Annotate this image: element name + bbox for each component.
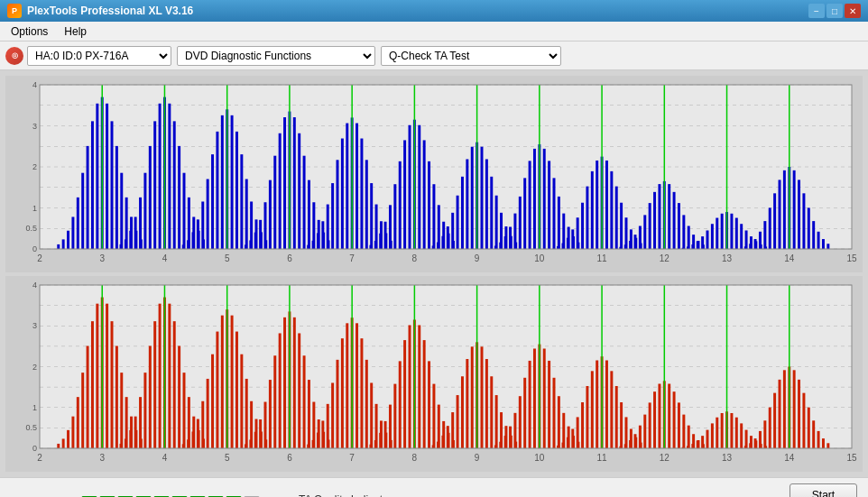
app-title: PlexTools Professional XL V3.16 [27,5,193,17]
close-button[interactable]: ✕ [845,4,861,18]
minimize-button[interactable]: − [808,4,825,18]
bottom-panel: Jitter: 5 Peak Shift: 4 TA Quality Indic… [0,477,868,497]
chart-bottom-container [5,276,863,472]
menu-options[interactable]: Options [4,23,55,40]
menu-help[interactable]: Help [57,23,94,40]
quality-section: TA Quality Indicator: Very Good [299,493,479,497]
start-section: Start i [790,483,857,498]
start-button[interactable]: Start [790,483,857,498]
title-bar-left: P PlexTools Professional XL V3.16 [7,4,193,18]
title-bar-controls[interactable]: − □ ✕ [808,4,861,18]
toolbar: ◎ HA:0 ID:0 PX-716A DVD Diagnostic Funct… [0,41,868,70]
test-select[interactable]: Q-Check TA Test [381,46,561,66]
main-area [0,70,868,477]
maximize-button[interactable]: □ [826,4,843,18]
drive-select[interactable]: HA:0 ID:0 PX-716A [27,46,171,66]
app-icon: P [7,4,22,18]
title-bar: P PlexTools Professional XL V3.16 − □ ✕ [0,0,868,22]
drive-icon: ◎ [5,47,23,65]
chart-top-container [5,76,863,272]
chart-top [5,76,863,272]
chart-bottom [5,276,863,472]
menu-bar: Options Help [0,22,868,41]
quality-label: TA Quality Indicator: [299,493,479,497]
function-select[interactable]: DVD Diagnostic Functions [177,46,375,66]
drive-selector: ◎ HA:0 ID:0 PX-716A [5,46,171,66]
